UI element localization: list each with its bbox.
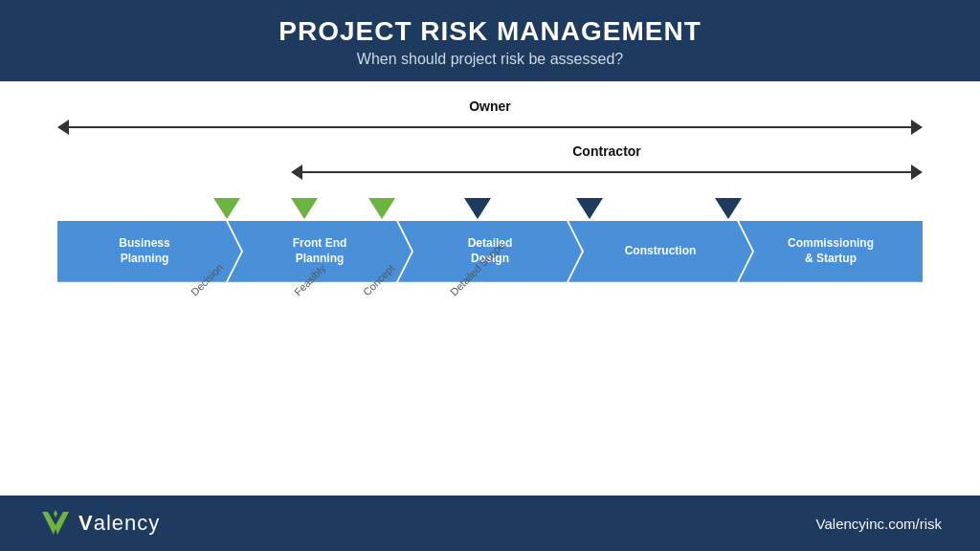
triangle-navy-2 — [576, 198, 603, 219]
triangle-construction — [576, 198, 603, 219]
contractor-arrow-section: Contractor — [57, 143, 923, 183]
chevron-commissioning-startup: Commissioning& Startup — [739, 221, 923, 282]
chevron-business-planning-label: BusinessPlanning — [119, 236, 169, 266]
owner-arrow-section: Owner — [57, 99, 923, 138]
slide: PROJECT RISK MANAGEMENT When should proj… — [0, 0, 980, 551]
owner-arrow-right — [911, 120, 923, 135]
svg-marker-1 — [54, 510, 57, 518]
milestone-labels: Decision Feasibly Concept Detailed Scope — [57, 286, 923, 363]
triangle-feasibly — [291, 198, 318, 219]
footer: Valency Valencyinc.com/risk — [0, 496, 980, 551]
logo-mark — [38, 506, 73, 540]
chevron-commissioning-startup-label: Commissioning& Startup — [788, 236, 874, 266]
chevron-construction-inner: Construction — [568, 221, 752, 282]
triangle-detailed-design — [464, 198, 491, 219]
contractor-arrow-line — [302, 171, 911, 173]
chevron-construction: Construction — [568, 221, 752, 282]
triangle-commissioning — [715, 198, 742, 219]
triangle-green-1 — [213, 198, 240, 219]
contractor-arrow-left — [291, 165, 302, 180]
logo-v-letter: V — [78, 511, 94, 535]
page-subtitle: When should project risk be assessed? — [19, 51, 961, 68]
owner-label: Owner — [57, 99, 923, 114]
owner-arrow-line — [69, 126, 911, 128]
triangle-navy-3 — [715, 198, 742, 219]
chevron-construction-label: Construction — [625, 244, 697, 259]
contractor-arrow-right — [911, 165, 923, 180]
contractor-double-arrow — [291, 162, 923, 183]
footer-url: Valencyinc.com/risk — [816, 516, 942, 532]
logo-text: Valency — [78, 511, 160, 536]
triangle-navy-1 — [464, 198, 491, 219]
page-title: PROJECT RISK MANAGEMENT — [19, 17, 961, 47]
logo-icon — [38, 506, 73, 540]
triangle-green-3 — [368, 198, 395, 219]
header: PROJECT RISK MANAGEMENT When should proj… — [0, 0, 980, 81]
contractor-label: Contractor — [291, 143, 923, 159]
owner-arrow-left — [57, 120, 69, 135]
label-area: Decision Feasibly Concept Detailed Scope — [57, 286, 923, 363]
main-content: Owner Contractor — [0, 81, 980, 496]
chevron-commissioning-startup-inner: Commissioning& Startup — [739, 221, 923, 282]
triangles-row — [57, 188, 923, 219]
triangle-concept — [368, 198, 395, 219]
logo: Valency — [38, 506, 160, 540]
owner-double-arrow — [57, 117, 923, 138]
triangle-green-2 — [291, 198, 318, 219]
triangle-decision — [213, 198, 240, 219]
logo-alency: alency — [94, 511, 161, 535]
